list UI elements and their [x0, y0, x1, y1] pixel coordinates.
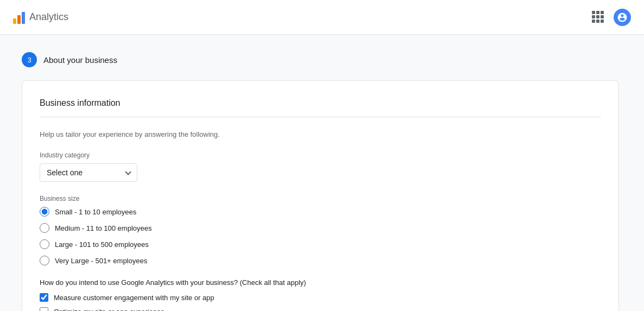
main-content: 3 About your business Business informati… — [0, 35, 644, 311]
radio-very-large[interactable] — [40, 256, 49, 265]
radio-item-small[interactable]: Small - 1 to 10 employees — [40, 207, 601, 217]
industry-label: Industry category — [40, 151, 601, 159]
step-label: About your business — [43, 55, 117, 65]
step-circle: 3 — [22, 52, 37, 67]
industry-select[interactable]: Select one — [40, 163, 137, 182]
checkbox-measure-engagement[interactable] — [40, 293, 48, 302]
intend-checkbox-group: Measure customer engagement with my site… — [40, 293, 601, 311]
business-size-radio-group: Small - 1 to 10 employees Medium - 11 to… — [40, 207, 601, 265]
chevron-down-icon — [125, 169, 131, 175]
radio-small-label: Small - 1 to 10 employees — [55, 208, 136, 216]
checkbox-measure-engagement-label: Measure customer engagement with my site… — [54, 294, 214, 302]
card-subtitle: Help us tailor your experience by answer… — [40, 130, 601, 138]
business-size-field-group: Business size Small - 1 to 10 employees … — [40, 195, 601, 265]
radio-large-label: Large - 101 to 500 employees — [55, 240, 149, 249]
analytics-logo-icon — [13, 11, 25, 24]
checkbox-item-optimize-experience[interactable]: Optimize my site or app experience — [40, 307, 601, 311]
step-indicator: 3 About your business — [22, 52, 622, 67]
checkbox-optimize-experience-label: Optimize my site or app experience — [54, 308, 165, 312]
radio-item-medium[interactable]: Medium - 11 to 100 employees — [40, 223, 601, 233]
radio-very-large-label: Very Large - 501+ employees — [55, 257, 147, 265]
radio-medium-label: Medium - 11 to 100 employees — [55, 224, 151, 232]
business-size-label: Business size — [40, 195, 601, 202]
app-title: Analytics — [29, 11, 68, 23]
industry-select-value: Select one — [47, 168, 83, 177]
business-info-card: Business information Help us tailor your… — [22, 80, 619, 311]
account-icon[interactable] — [614, 9, 631, 26]
intend-question: How do you intend to use Google Analytic… — [40, 278, 601, 287]
app-header: Analytics — [0, 0, 644, 35]
radio-item-large[interactable]: Large - 101 to 500 employees — [40, 239, 601, 249]
intend-field-group: How do you intend to use Google Analytic… — [40, 278, 601, 311]
google-apps-icon[interactable] — [592, 11, 605, 24]
radio-small[interactable] — [40, 207, 49, 217]
industry-select-wrapper: Select one — [40, 163, 137, 182]
radio-item-very-large[interactable]: Very Large - 501+ employees — [40, 256, 601, 265]
radio-medium[interactable] — [40, 223, 49, 233]
radio-large[interactable] — [40, 239, 49, 249]
header-left: Analytics — [13, 11, 68, 24]
checkbox-optimize-experience[interactable] — [40, 307, 48, 311]
header-right — [592, 9, 631, 26]
industry-field-group: Industry category Select one — [40, 151, 601, 182]
card-title: Business information — [40, 98, 601, 117]
checkbox-item-measure-engagement[interactable]: Measure customer engagement with my site… — [40, 293, 601, 302]
